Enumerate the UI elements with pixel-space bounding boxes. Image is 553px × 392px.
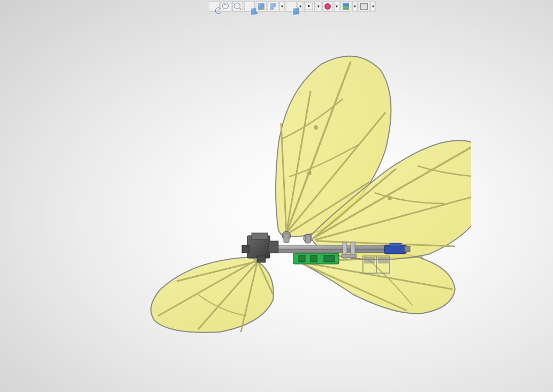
edit-appearance-button[interactable]: [304, 1, 315, 12]
view-toolbar: ▼ ▼ ▼ ▼ ▼ ▼: [209, 1, 376, 12]
pcb-module: [293, 253, 339, 264]
previous-view-button[interactable]: [232, 1, 243, 12]
view-settings-dropdown[interactable]: ▼: [352, 1, 358, 12]
section-view-button[interactable]: [244, 1, 255, 12]
apply-scene-button[interactable]: [322, 1, 333, 12]
head-module: [242, 233, 278, 262]
render-dropdown[interactable]: ▼: [370, 1, 376, 12]
apply-scene-dropdown[interactable]: ▼: [334, 1, 339, 12]
svg-rect-23: [384, 245, 406, 254]
display-style-button[interactable]: [268, 1, 278, 12]
svg-rect-14: [284, 233, 289, 243]
svg-rect-19: [324, 255, 335, 262]
svg-rect-17: [299, 255, 305, 262]
view-orientation-button[interactable]: [256, 1, 267, 12]
svg-point-0: [307, 171, 312, 175]
hide-show-button[interactable]: [286, 1, 297, 12]
render-button[interactable]: [359, 1, 369, 12]
edit-appearance-dropdown[interactable]: ▼: [316, 1, 321, 12]
model-3d-view[interactable]: [96, 43, 471, 375]
svg-rect-27: [364, 257, 375, 263]
lower-left-wing: [151, 257, 274, 333]
svg-rect-7: [242, 245, 249, 253]
svg-point-1: [314, 125, 318, 130]
butterfly-model-svg: [96, 43, 471, 375]
svg-rect-9: [257, 256, 266, 262]
svg-rect-15: [305, 235, 310, 243]
svg-rect-29: [405, 246, 410, 252]
svg-rect-18: [310, 255, 317, 262]
zoom-area-button[interactable]: [221, 1, 231, 12]
view-settings-button[interactable]: [340, 1, 351, 12]
cad-viewport[interactable]: ▼ ▼ ▼ ▼ ▼ ▼: [0, 0, 553, 392]
tail-end: [405, 246, 410, 252]
svg-rect-6: [252, 233, 268, 239]
zoom-to-fit-button[interactable]: [209, 1, 219, 12]
svg-rect-28: [378, 257, 389, 263]
svg-rect-22: [342, 254, 357, 258]
svg-rect-24: [390, 243, 402, 246]
svg-rect-8: [269, 241, 278, 253]
svg-point-2: [388, 196, 392, 200]
display-style-dropdown[interactable]: ▼: [279, 1, 285, 12]
